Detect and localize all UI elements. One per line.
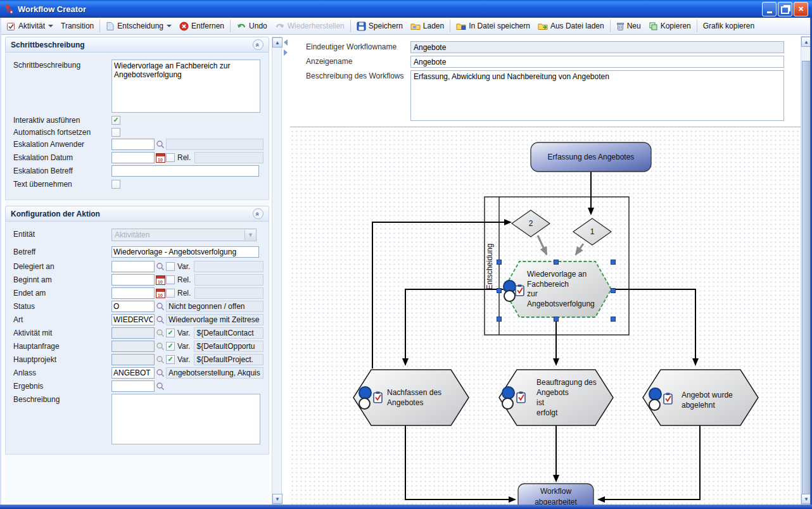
transition-button[interactable]: Transition (57, 20, 98, 32)
entfernen-button[interactable]: Entfernen (175, 20, 228, 33)
selection-handle[interactable] (497, 289, 502, 293)
status-input[interactable] (111, 301, 155, 312)
beauftragung-node-label: Beauftragung des Angebots ist erfolgt (536, 377, 612, 418)
lookup-button[interactable] (155, 367, 166, 379)
aktivitaet-mit-input[interactable] (111, 327, 155, 339)
magnifier-icon (156, 355, 165, 364)
var-label: Var. (177, 329, 190, 337)
delegiert-var-checkbox[interactable] (166, 262, 175, 271)
eskalation-betreff-input[interactable] (111, 165, 259, 177)
eskalation-datum-input[interactable] (111, 152, 155, 163)
lookup-button[interactable] (155, 380, 166, 392)
hauptprojekt-value: ${DefaultProject. (194, 354, 263, 365)
in-datei-speichern-button[interactable]: In Datei speichern (452, 20, 534, 32)
file-load-icon (538, 22, 548, 30)
schrittbeschreibung-textarea[interactable]: Wiedervorlage an Fachbereich zur Angebot… (111, 60, 260, 113)
aktivitaet-mit-var-checkbox[interactable] (166, 329, 175, 337)
workflow-creator-window: { "window": { "title": "Workflow Creator… (0, 0, 812, 509)
aktivitaet-button[interactable]: Aktivität (3, 20, 57, 33)
interaktiv-checkbox[interactable] (111, 116, 120, 125)
undo-button[interactable]: Undo (232, 20, 271, 32)
main-toolbar: Aktivität Transition Entscheidung Entfer… (0, 18, 812, 35)
connector-abgelehnt-to-end (599, 425, 700, 500)
date-picker-button[interactable] (155, 152, 166, 163)
left-panel-scrollbar[interactable]: ▲ ▼ (272, 37, 282, 505)
date-picker-button[interactable] (155, 274, 166, 286)
selection-handle[interactable] (554, 260, 559, 265)
grafik-kopieren-button[interactable]: Grafik kopieren (699, 20, 758, 32)
lookup-button[interactable] (155, 314, 166, 325)
lookup-button-disabled[interactable] (155, 341, 166, 352)
scroll-up-button[interactable]: ▲ (272, 37, 282, 47)
kopieren-button[interactable]: Kopieren (645, 20, 695, 33)
hauptanfrage-var-checkbox[interactable] (166, 342, 175, 351)
action-section-header[interactable]: Konfiguration der Aktion « (5, 206, 269, 222)
lookup-button[interactable] (155, 261, 166, 272)
restore-button[interactable] (778, 2, 792, 16)
automatisch-label: Automatisch fortsetzen (13, 127, 111, 137)
workflow-canvas[interactable]: Entscheidung 2 1 (290, 129, 801, 505)
canvas-vertical-scrollbar[interactable]: ▲ ▼ (801, 36, 811, 505)
selection-handle[interactable] (611, 260, 616, 265)
connector-decision2-to-central (538, 236, 547, 254)
workflow-name-input[interactable] (410, 41, 784, 53)
collapse-chevron-icon[interactable]: « (253, 39, 263, 50)
hauptprojekt-var-checkbox[interactable] (166, 355, 175, 364)
selection-handle[interactable] (554, 317, 559, 322)
beginnt-am-input[interactable] (111, 274, 155, 286)
text-uebernehmen-checkbox[interactable] (111, 180, 120, 189)
step-section-header[interactable]: Schrittbeschreibung « (5, 37, 269, 53)
selection-handle[interactable] (611, 289, 616, 293)
step-section: Schrittbeschreibung « Schrittbeschreibun… (5, 37, 269, 200)
decision-2-label: 2 (529, 219, 533, 228)
calendar-icon (156, 289, 165, 298)
collapse-chevron-icon[interactable]: « (253, 208, 263, 219)
app-icon (4, 4, 14, 14)
delegiert-an-input[interactable] (111, 261, 155, 272)
betreff-input[interactable] (111, 246, 259, 258)
aus-datei-laden-button[interactable]: Aus Datei laden (534, 20, 608, 32)
ergebnis-input[interactable] (111, 380, 155, 392)
scroll-down-button[interactable]: ▼ (272, 494, 282, 504)
toolbar-separator (99, 20, 100, 32)
scrollbar-thumb[interactable] (802, 61, 811, 498)
nachfassen-node-label: Nachfassen des Angebotes (387, 387, 463, 408)
lookup-button[interactable] (155, 139, 166, 150)
endet-rel-checkbox[interactable] (166, 289, 175, 298)
art-input[interactable] (111, 314, 155, 325)
panel-splitter[interactable] (283, 37, 289, 505)
entscheidung-button[interactable]: Entscheidung (102, 20, 175, 33)
central-node-label: Wiedervorlage an Fachbereich zur Angebot… (527, 270, 611, 309)
selection-handle[interactable] (497, 260, 502, 265)
eskalation-anwender-input[interactable] (111, 139, 155, 150)
entitaet-select[interactable]: Aktivitäten ▼ (111, 229, 257, 241)
redo-button[interactable]: Wiederherstellen (271, 20, 348, 32)
status-label: Status (13, 301, 111, 311)
laden-button[interactable]: Laden (407, 20, 448, 32)
workflow-description-textarea[interactable]: Erfassung, Abwicklung und Nachbereitung … (410, 70, 784, 121)
neu-button[interactable]: Neu (612, 20, 645, 33)
minimize-button[interactable] (762, 2, 777, 16)
speichern-button[interactable]: Speichern (353, 20, 407, 33)
task-clipboard-icon (516, 391, 526, 403)
anlass-input[interactable] (111, 367, 155, 379)
beginnt-rel-checkbox[interactable] (166, 275, 175, 284)
automatisch-checkbox[interactable] (111, 128, 120, 137)
lookup-button[interactable] (155, 301, 166, 312)
hauptprojekt-input[interactable] (111, 354, 155, 365)
toolbar-separator (350, 20, 351, 32)
display-name-input[interactable] (410, 56, 784, 68)
minimize-icon (767, 11, 772, 13)
lookup-button-disabled[interactable] (155, 327, 166, 339)
endet-am-input[interactable] (111, 287, 155, 299)
beschreibung-textarea[interactable] (111, 394, 260, 444)
hauptanfrage-input[interactable] (111, 341, 155, 352)
close-button[interactable]: ✕ (794, 2, 808, 16)
eskalation-rel-checkbox[interactable] (166, 153, 175, 162)
selection-handle[interactable] (611, 317, 616, 322)
selection-handle[interactable] (497, 317, 502, 322)
magnifier-icon (156, 302, 165, 311)
field-filler (194, 274, 263, 286)
date-picker-button[interactable] (155, 287, 166, 299)
lookup-button-disabled[interactable] (155, 354, 166, 365)
